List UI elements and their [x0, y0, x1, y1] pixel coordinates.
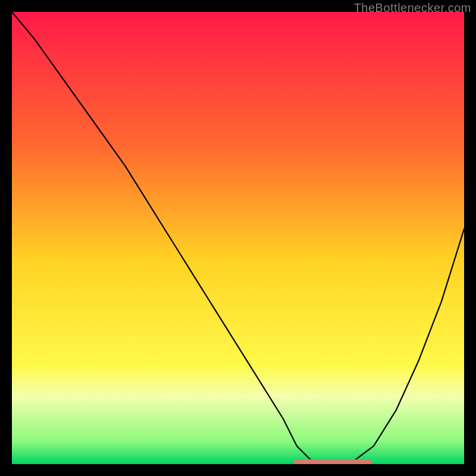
- chart-svg: [12, 12, 464, 464]
- plot-area: [12, 12, 464, 464]
- chart-frame: TheBottlenecker.com: [0, 0, 476, 476]
- gradient-background: [12, 12, 464, 464]
- watermark-text: TheBottlenecker.com: [354, 1, 471, 15]
